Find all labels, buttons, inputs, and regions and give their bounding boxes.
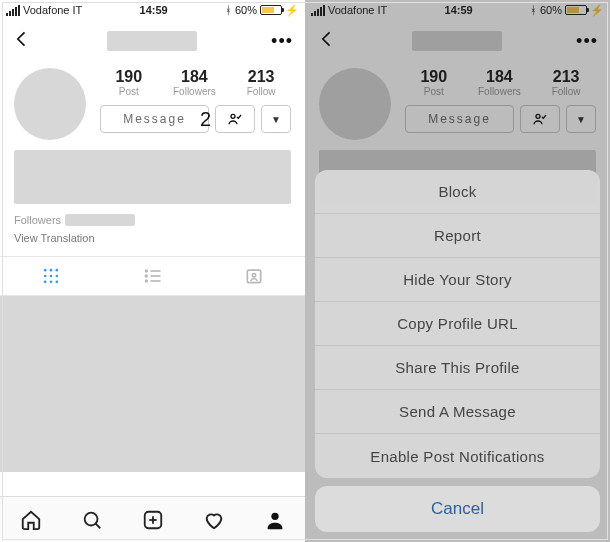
carrier-label: Vodafone IT [23,4,82,16]
nav-bar: ••• [305,20,610,62]
signal-icon [6,5,20,16]
followed-by-label: Followers [14,214,61,226]
bluetooth-icon: ᚼ [530,4,537,16]
svg-point-2 [49,269,52,272]
svg-point-17 [253,274,256,277]
posts-grid[interactable] [0,296,305,472]
battery-icon [260,5,282,15]
battery-icon [565,5,587,15]
svg-point-24 [536,114,540,118]
following-status-button [520,105,560,133]
svg-point-0 [231,114,235,118]
username-placeholder [107,31,197,51]
more-options-button[interactable]: ••• [271,31,293,52]
battery-pct: 60% [540,4,562,16]
stat-following: 213Follow [552,68,581,97]
stat-followers: 184Followers [478,68,521,97]
sheet-enable-notifications[interactable]: Enable Post Notifications [315,434,600,478]
tab-profile[interactable] [244,497,305,542]
status-bar: Vodafone IT 14:59 ᚼ 60% ⚡ [0,0,305,20]
nav-bar: ••• [0,20,305,62]
charging-icon: ⚡ [285,4,299,17]
stat-posts: 190Post [420,68,447,97]
clock: 14:59 [445,4,473,16]
profile-screen: Vodafone IT 14:59 ᚼ 60% ⚡ ••• 190 [0,0,305,542]
svg-point-1 [44,269,47,272]
stat-following[interactable]: 213 Follow [247,68,276,97]
charging-icon: ⚡ [590,4,604,17]
profile-screen-with-sheet: Vodafone IT 14:59 ᚼ 60% ⚡ ••• 190Post 18… [305,0,610,542]
sheet-share-profile[interactable]: Share This Profile [315,346,600,390]
message-button: Message [405,105,514,133]
bottom-tab-bar [0,496,305,542]
sheet-cancel[interactable]: Cancel [315,486,600,532]
tab-search[interactable] [61,497,122,542]
tab-activity[interactable] [183,497,244,542]
action-sheet: Block Report Hide Your Story Copy Profil… [305,170,610,542]
view-mode-tabs [0,256,305,296]
avatar [319,68,391,140]
svg-point-4 [44,275,47,278]
sheet-copy-url[interactable]: Copy Profile URL [315,302,600,346]
battery-pct: 60% [235,4,257,16]
svg-point-6 [55,275,58,278]
svg-point-5 [49,275,52,278]
status-bar: Vodafone IT 14:59 ᚼ 60% ⚡ [305,0,610,20]
svg-point-10 [145,270,147,272]
suggestions-toggle[interactable]: ▼ [261,105,291,133]
signal-icon [311,5,325,16]
svg-point-9 [55,281,58,284]
svg-point-23 [271,512,278,519]
sheet-block[interactable]: Block [315,170,600,214]
view-translation-link[interactable]: View Translation [14,232,291,244]
list-view-tab[interactable] [102,257,204,295]
stat-posts[interactable]: 190 Post [115,68,142,97]
avatar[interactable] [14,68,86,140]
message-button[interactable]: Message [100,105,209,133]
carrier-label: Vodafone IT [328,4,387,16]
tab-home[interactable] [0,497,61,542]
stat-followers[interactable]: 184 Followers [173,68,216,97]
svg-point-3 [55,269,58,272]
following-status-button[interactable] [215,105,255,133]
bio-placeholder [14,150,291,204]
sheet-hide-story[interactable]: Hide Your Story [315,258,600,302]
svg-point-18 [84,512,97,525]
more-options-button[interactable]: ••• [576,31,598,52]
tab-create[interactable] [122,497,183,542]
sheet-send-message[interactable]: Send A Message [315,390,600,434]
username-placeholder [412,31,502,51]
suggestions-toggle: ▼ [566,105,596,133]
back-button[interactable] [317,29,337,53]
svg-point-12 [145,275,147,277]
sheet-report[interactable]: Report [315,214,600,258]
clock: 14:59 [140,4,168,16]
followed-by-placeholder [65,214,135,226]
back-button[interactable] [12,29,32,53]
svg-line-19 [95,523,100,528]
bluetooth-icon: ᚼ [225,4,232,16]
step-marker: 2 [200,108,211,131]
svg-point-8 [49,281,52,284]
svg-point-7 [44,281,47,284]
tagged-view-tab[interactable] [203,257,305,295]
svg-point-14 [145,280,147,282]
grid-view-tab[interactable] [0,257,102,295]
